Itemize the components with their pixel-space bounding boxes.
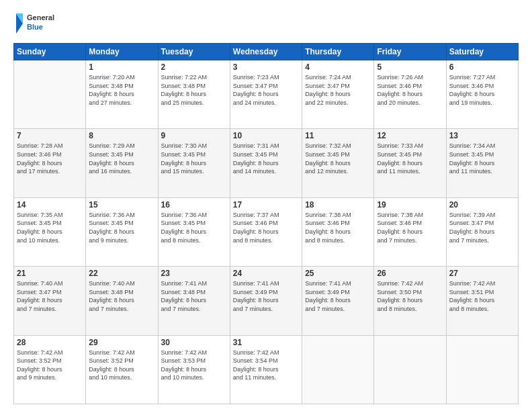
day-number: 13 bbox=[449, 131, 515, 140]
day-number: 3 bbox=[233, 62, 299, 72]
calendar-cell: 25Sunrise: 7:41 AM Sunset: 3:49 PM Dayli… bbox=[302, 267, 374, 335]
day-number: 12 bbox=[377, 131, 443, 140]
calendar-header-row: SundayMondayTuesdayWednesdayThursdayFrid… bbox=[14, 44, 519, 60]
calendar-day-header: Tuesday bbox=[158, 44, 230, 60]
logo-svg: General Blue bbox=[13, 11, 60, 36]
day-info: Sunrise: 7:36 AM Sunset: 3:45 PM Dayligh… bbox=[89, 211, 154, 244]
calendar-cell: 24Sunrise: 7:41 AM Sunset: 3:49 PM Dayli… bbox=[230, 267, 302, 335]
calendar-cell: 2Sunrise: 7:22 AM Sunset: 3:48 PM Daylig… bbox=[158, 60, 230, 129]
day-info: Sunrise: 7:35 AM Sunset: 3:45 PM Dayligh… bbox=[17, 211, 83, 244]
calendar-cell: 19Sunrise: 7:38 AM Sunset: 3:46 PM Dayli… bbox=[374, 197, 446, 266]
day-info: Sunrise: 7:39 AM Sunset: 3:47 PM Dayligh… bbox=[449, 211, 515, 244]
calendar-day-header: Friday bbox=[374, 44, 446, 60]
day-info: Sunrise: 7:30 AM Sunset: 3:45 PM Dayligh… bbox=[161, 142, 227, 175]
day-number: 19 bbox=[377, 200, 443, 210]
day-number: 18 bbox=[305, 200, 371, 210]
calendar-day-header: Monday bbox=[86, 44, 158, 60]
day-number: 8 bbox=[89, 131, 154, 140]
calendar-cell: 30Sunrise: 7:42 AM Sunset: 3:53 PM Dayli… bbox=[158, 335, 230, 404]
day-info: Sunrise: 7:28 AM Sunset: 3:46 PM Dayligh… bbox=[17, 142, 83, 175]
day-number: 21 bbox=[17, 269, 83, 278]
calendar-cell: 29Sunrise: 7:42 AM Sunset: 3:52 PM Dayli… bbox=[86, 335, 158, 404]
day-info: Sunrise: 7:41 AM Sunset: 3:49 PM Dayligh… bbox=[233, 279, 299, 313]
calendar-table: SundayMondayTuesdayWednesdayThursdayFrid… bbox=[13, 43, 519, 404]
calendar-cell bbox=[374, 335, 446, 404]
day-number: 15 bbox=[89, 200, 154, 210]
day-info: Sunrise: 7:38 AM Sunset: 3:46 PM Dayligh… bbox=[377, 211, 443, 244]
day-info: Sunrise: 7:22 AM Sunset: 3:48 PM Dayligh… bbox=[161, 73, 227, 107]
day-info: Sunrise: 7:40 AM Sunset: 3:47 PM Dayligh… bbox=[17, 279, 83, 313]
calendar-cell: 13Sunrise: 7:34 AM Sunset: 3:45 PM Dayli… bbox=[446, 129, 518, 197]
day-info: Sunrise: 7:37 AM Sunset: 3:46 PM Dayligh… bbox=[233, 211, 299, 244]
calendar-cell: 18Sunrise: 7:38 AM Sunset: 3:46 PM Dayli… bbox=[302, 197, 374, 266]
calendar-day-header: Wednesday bbox=[230, 44, 302, 60]
day-info: Sunrise: 7:42 AM Sunset: 3:53 PM Dayligh… bbox=[161, 349, 227, 382]
day-info: Sunrise: 7:42 AM Sunset: 3:52 PM Dayligh… bbox=[89, 349, 154, 382]
calendar-cell: 22Sunrise: 7:40 AM Sunset: 3:48 PM Dayli… bbox=[86, 267, 158, 335]
logo: General Blue bbox=[13, 11, 60, 36]
calendar-week-row: 1Sunrise: 7:20 AM Sunset: 3:48 PM Daylig… bbox=[14, 60, 519, 129]
calendar-cell: 17Sunrise: 7:37 AM Sunset: 3:46 PM Dayli… bbox=[230, 197, 302, 266]
calendar-cell: 1Sunrise: 7:20 AM Sunset: 3:48 PM Daylig… bbox=[86, 60, 158, 129]
calendar-cell: 23Sunrise: 7:41 AM Sunset: 3:48 PM Dayli… bbox=[158, 267, 230, 335]
day-info: Sunrise: 7:20 AM Sunset: 3:48 PM Dayligh… bbox=[89, 73, 154, 107]
day-info: Sunrise: 7:42 AM Sunset: 3:54 PM Dayligh… bbox=[233, 349, 299, 382]
day-info: Sunrise: 7:34 AM Sunset: 3:45 PM Dayligh… bbox=[449, 142, 515, 175]
day-info: Sunrise: 7:23 AM Sunset: 3:47 PM Dayligh… bbox=[233, 73, 299, 107]
day-number: 16 bbox=[161, 200, 227, 210]
calendar-day-header: Saturday bbox=[446, 44, 518, 60]
day-number: 10 bbox=[233, 131, 299, 140]
calendar-cell bbox=[446, 335, 518, 404]
day-info: Sunrise: 7:40 AM Sunset: 3:48 PM Dayligh… bbox=[89, 279, 154, 313]
day-info: Sunrise: 7:33 AM Sunset: 3:45 PM Dayligh… bbox=[377, 142, 443, 175]
calendar-cell: 3Sunrise: 7:23 AM Sunset: 3:47 PM Daylig… bbox=[230, 60, 302, 129]
day-info: Sunrise: 7:42 AM Sunset: 3:51 PM Dayligh… bbox=[449, 279, 515, 313]
day-info: Sunrise: 7:32 AM Sunset: 3:45 PM Dayligh… bbox=[305, 142, 371, 175]
calendar-cell: 8Sunrise: 7:29 AM Sunset: 3:45 PM Daylig… bbox=[86, 129, 158, 197]
calendar-cell: 27Sunrise: 7:42 AM Sunset: 3:51 PM Dayli… bbox=[446, 267, 518, 335]
day-number: 1 bbox=[89, 62, 154, 72]
day-number: 26 bbox=[377, 269, 443, 278]
day-number: 7 bbox=[17, 131, 83, 140]
day-info: Sunrise: 7:42 AM Sunset: 3:52 PM Dayligh… bbox=[17, 349, 83, 382]
calendar-cell: 15Sunrise: 7:36 AM Sunset: 3:45 PM Dayli… bbox=[86, 197, 158, 266]
day-number: 23 bbox=[161, 269, 227, 278]
calendar-cell: 4Sunrise: 7:24 AM Sunset: 3:47 PM Daylig… bbox=[302, 60, 374, 129]
day-info: Sunrise: 7:41 AM Sunset: 3:48 PM Dayligh… bbox=[161, 279, 227, 313]
calendar-cell: 20Sunrise: 7:39 AM Sunset: 3:47 PM Dayli… bbox=[446, 197, 518, 266]
svg-text:General: General bbox=[27, 13, 54, 21]
day-number: 20 bbox=[449, 200, 515, 210]
day-number: 4 bbox=[305, 62, 371, 72]
svg-text:Blue: Blue bbox=[27, 23, 43, 31]
calendar-cell: 6Sunrise: 7:27 AM Sunset: 3:46 PM Daylig… bbox=[446, 60, 518, 129]
day-info: Sunrise: 7:41 AM Sunset: 3:49 PM Dayligh… bbox=[305, 279, 371, 313]
day-number: 29 bbox=[89, 338, 154, 347]
day-info: Sunrise: 7:26 AM Sunset: 3:46 PM Dayligh… bbox=[377, 73, 443, 107]
calendar-cell bbox=[302, 335, 374, 404]
calendar-day-header: Sunday bbox=[14, 44, 86, 60]
calendar-cell: 31Sunrise: 7:42 AM Sunset: 3:54 PM Dayli… bbox=[230, 335, 302, 404]
calendar-cell: 5Sunrise: 7:26 AM Sunset: 3:46 PM Daylig… bbox=[374, 60, 446, 129]
day-number: 28 bbox=[17, 338, 83, 347]
day-number: 14 bbox=[17, 200, 83, 210]
day-number: 2 bbox=[161, 62, 227, 72]
day-number: 22 bbox=[89, 269, 154, 278]
day-number: 17 bbox=[233, 200, 299, 210]
calendar-week-row: 21Sunrise: 7:40 AM Sunset: 3:47 PM Dayli… bbox=[14, 267, 519, 335]
day-number: 31 bbox=[233, 338, 299, 347]
day-info: Sunrise: 7:38 AM Sunset: 3:46 PM Dayligh… bbox=[305, 211, 371, 244]
calendar-cell: 11Sunrise: 7:32 AM Sunset: 3:45 PM Dayli… bbox=[302, 129, 374, 197]
header: General Blue bbox=[13, 11, 519, 36]
day-number: 24 bbox=[233, 269, 299, 278]
calendar-cell: 26Sunrise: 7:42 AM Sunset: 3:50 PM Dayli… bbox=[374, 267, 446, 335]
calendar-week-row: 14Sunrise: 7:35 AM Sunset: 3:45 PM Dayli… bbox=[14, 197, 519, 266]
calendar-cell: 14Sunrise: 7:35 AM Sunset: 3:45 PM Dayli… bbox=[14, 197, 86, 266]
calendar-cell: 12Sunrise: 7:33 AM Sunset: 3:45 PM Dayli… bbox=[374, 129, 446, 197]
day-number: 6 bbox=[449, 62, 515, 72]
calendar-cell: 16Sunrise: 7:36 AM Sunset: 3:45 PM Dayli… bbox=[158, 197, 230, 266]
calendar-cell: 10Sunrise: 7:31 AM Sunset: 3:45 PM Dayli… bbox=[230, 129, 302, 197]
calendar-week-row: 28Sunrise: 7:42 AM Sunset: 3:52 PM Dayli… bbox=[14, 335, 519, 404]
calendar-week-row: 7Sunrise: 7:28 AM Sunset: 3:46 PM Daylig… bbox=[14, 129, 519, 197]
day-info: Sunrise: 7:29 AM Sunset: 3:45 PM Dayligh… bbox=[89, 142, 154, 175]
calendar-day-header: Thursday bbox=[302, 44, 374, 60]
